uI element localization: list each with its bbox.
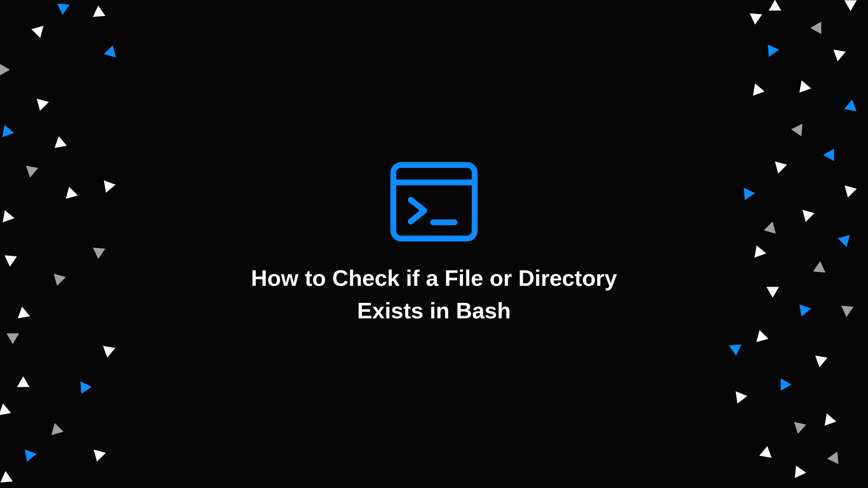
triangle-decoration	[27, 19, 50, 43]
triangle-decoration	[761, 279, 784, 302]
svg-marker-55	[760, 446, 772, 458]
triangle-decoration	[87, 443, 110, 466]
svg-marker-50	[815, 356, 828, 367]
svg-marker-39	[845, 186, 857, 198]
triangle-decoration	[788, 415, 811, 438]
triangle-decoration	[838, 179, 861, 202]
triangle-decoration	[792, 298, 816, 321]
svg-marker-36	[823, 149, 834, 161]
svg-marker-56	[827, 452, 839, 464]
svg-marker-35	[791, 124, 803, 136]
triangle-decoration	[87, 1, 110, 24]
svg-marker-19	[17, 376, 29, 387]
triangle-decoration	[833, 229, 856, 252]
triangle-decoration	[808, 257, 831, 280]
svg-marker-26	[769, 0, 781, 10]
svg-marker-44	[813, 261, 825, 273]
triangle-decoration	[768, 155, 792, 178]
svg-marker-41	[764, 222, 776, 234]
svg-marker-10	[104, 180, 115, 193]
svg-marker-18	[103, 346, 115, 357]
svg-marker-17	[7, 333, 19, 344]
svg-marker-34	[844, 100, 857, 111]
svg-marker-28	[750, 13, 762, 24]
triangle-decoration	[97, 339, 120, 362]
triangle-decoration	[787, 461, 811, 484]
svg-marker-12	[3, 210, 14, 223]
triangle-decoration	[787, 118, 810, 141]
svg-marker-20	[80, 381, 91, 394]
triangle-decoration	[48, 132, 72, 155]
svg-marker-25	[0, 471, 13, 483]
triangle-decoration	[0, 248, 22, 271]
triangle-decoration	[839, 95, 863, 118]
svg-marker-47	[841, 306, 854, 317]
triangle-decoration	[818, 409, 841, 432]
triangle-decoration	[760, 39, 784, 62]
svg-marker-31	[834, 50, 846, 61]
svg-marker-46	[799, 304, 811, 317]
svg-marker-3	[31, 26, 43, 38]
svg-marker-48	[756, 330, 768, 342]
triangle-decoration	[796, 203, 819, 227]
triangle-decoration	[746, 79, 769, 102]
svg-marker-53	[825, 414, 836, 426]
triangle-decoration	[724, 337, 747, 360]
triangle-decoration	[30, 92, 53, 115]
hero-title: How to Check if a File or Directory Exis…	[221, 262, 647, 327]
triangle-decoration	[835, 298, 859, 321]
svg-marker-16	[18, 307, 30, 318]
svg-marker-30	[768, 45, 779, 57]
triangle-decoration	[0, 467, 18, 488]
triangle-decoration	[12, 372, 35, 395]
triangle-decoration	[809, 349, 832, 372]
triangle-decoration	[728, 385, 752, 409]
triangle-decoration	[806, 16, 829, 40]
svg-rect-58	[393, 165, 475, 239]
triangle-decoration	[0, 120, 19, 143]
svg-marker-37	[775, 162, 787, 174]
triangle-decoration	[0, 58, 14, 81]
svg-marker-1	[57, 3, 70, 15]
triangle-decoration	[45, 418, 68, 442]
svg-marker-43	[754, 246, 766, 258]
triangle-decoration	[754, 442, 778, 465]
triangle-decoration	[827, 43, 851, 66]
svg-marker-33	[753, 84, 765, 96]
triangle-decoration	[0, 0, 21, 2]
triangle-decoration	[99, 41, 122, 64]
svg-marker-40	[803, 210, 815, 222]
triangle-decoration	[52, 0, 75, 19]
svg-marker-15	[54, 274, 66, 286]
svg-marker-51	[781, 378, 792, 391]
triangle-decoration	[59, 182, 83, 205]
svg-marker-11	[66, 187, 78, 199]
triangle-decoration	[736, 182, 760, 205]
triangle-decoration	[823, 447, 846, 470]
svg-marker-8	[55, 136, 67, 148]
triangle-decoration	[20, 159, 43, 182]
triangle-decoration	[747, 241, 771, 264]
svg-marker-45	[766, 287, 779, 298]
svg-marker-27	[844, 0, 857, 11]
svg-marker-57	[795, 466, 806, 478]
svg-marker-23	[25, 450, 36, 462]
svg-marker-32	[799, 81, 811, 93]
svg-marker-54	[794, 422, 806, 434]
svg-marker-4	[104, 45, 116, 57]
triangle-decoration	[18, 443, 41, 467]
svg-marker-21	[0, 404, 11, 415]
svg-marker-22	[52, 423, 64, 435]
triangle-decoration	[759, 217, 782, 240]
triangle-decoration	[744, 6, 767, 29]
triangle-decoration	[12, 302, 35, 325]
svg-marker-9	[26, 166, 38, 177]
svg-marker-24	[94, 450, 106, 462]
triangle-decoration	[773, 373, 796, 396]
triangle-decoration	[750, 325, 773, 349]
triangle-decoration	[819, 143, 842, 167]
svg-marker-13	[93, 247, 105, 259]
svg-marker-6	[37, 99, 49, 111]
svg-marker-38	[744, 188, 755, 200]
triangle-decoration	[0, 399, 16, 422]
